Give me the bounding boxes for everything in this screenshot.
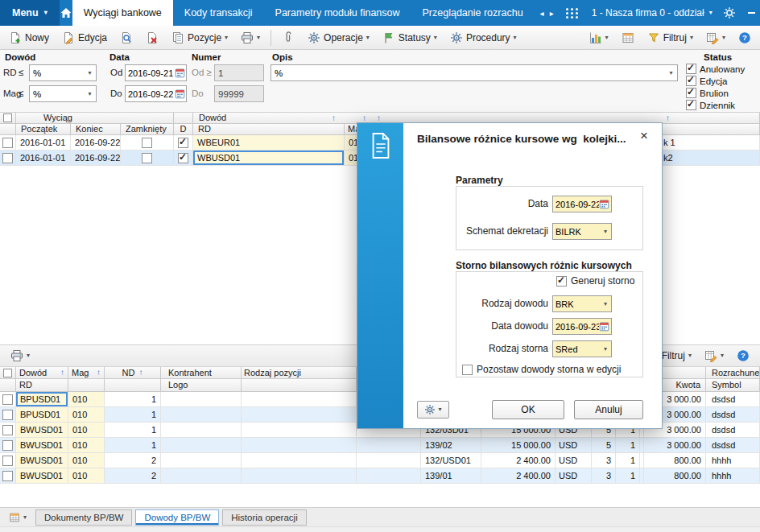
- cell-rd[interactable]: WBEUR01: [193, 135, 345, 151]
- table-row[interactable]: BWUSD01 010 1 139/02 15 000.00 USD 5 1 3…: [0, 438, 760, 453]
- statuses-button[interactable]: Statusy▾: [377, 28, 443, 47]
- row-checkbox[interactable]: [2, 440, 13, 451]
- row-checkbox[interactable]: [2, 410, 13, 420]
- view-mode-button[interactable]: ▾: [3, 509, 32, 526]
- mag-filter-combo[interactable]: %▾: [29, 85, 97, 102]
- status-checkbox-dziennik[interactable]: Dziennik: [686, 100, 735, 110]
- procedures-button[interactable]: Procedury▾: [444, 28, 522, 47]
- row-checkbox[interactable]: [2, 394, 13, 405]
- table-view-button[interactable]: [616, 28, 640, 47]
- col-header-rodzaj[interactable]: Rodzaj pozycji: [242, 367, 357, 379]
- row-select-cell[interactable]: [0, 135, 16, 151]
- checkbox-icon[interactable]: [686, 76, 696, 86]
- row-checkbox[interactable]: [2, 471, 13, 481]
- chevron-down-icon[interactable]: ▾: [600, 346, 611, 353]
- checkbox-icon[interactable]: [462, 365, 473, 375]
- sort-asc-icon[interactable]: ↑: [332, 114, 336, 122]
- rd-filter-combo[interactable]: %▾: [29, 64, 97, 81]
- row-select-cell[interactable]: [0, 453, 16, 468]
- rodzaj-dowodu-combo[interactable]: BRK▾: [552, 295, 612, 312]
- menu-button[interactable]: Menu ▾: [0, 0, 60, 26]
- pozostaw-checkbox[interactable]: Pozostaw dowody storna w edycji: [462, 364, 621, 375]
- new-button[interactable]: Nowy: [3, 28, 55, 47]
- chevron-down-icon[interactable]: ▾: [665, 65, 677, 80]
- checkbox-icon[interactable]: [686, 88, 696, 98]
- select-all-cell[interactable]: [0, 113, 16, 124]
- cell-mag[interactable]: 010: [68, 407, 105, 423]
- operations-button[interactable]: Operacje▾: [302, 28, 375, 47]
- ok-button[interactable]: OK: [492, 400, 564, 419]
- status-checkbox-brulion[interactable]: Brulion: [686, 88, 729, 98]
- cell-rd[interactable]: BWUSD01: [16, 453, 68, 468]
- cell-mag[interactable]: 010: [68, 392, 105, 407]
- col-header-rd[interactable]: RD: [193, 124, 345, 135]
- row-checkbox[interactable]: [2, 456, 13, 466]
- checkbox-icon[interactable]: [556, 276, 567, 287]
- numer-od-field[interactable]: 1: [214, 64, 264, 81]
- tab-historia-operacji[interactable]: Historia operacji: [222, 509, 306, 526]
- col-header-zamkniety[interactable]: Zamknięty: [121, 124, 174, 135]
- scroll-left-icon[interactable]: ◂: [540, 9, 544, 18]
- col-header-poczatek[interactable]: Początek: [16, 124, 71, 135]
- sort-asc-icon[interactable]: ↑: [666, 114, 670, 122]
- checkbox-icon[interactable]: [178, 153, 188, 163]
- data-od-field[interactable]: 2016-09-21: [125, 64, 187, 81]
- row-checkbox[interactable]: [2, 425, 13, 435]
- tab-kody-transakcji[interactable]: Kody transakcji: [173, 0, 264, 26]
- row-select-cell[interactable]: [0, 468, 16, 484]
- grid-settings-button[interactable]: ▾: [700, 28, 731, 47]
- col-header-koniec[interactable]: Koniec: [71, 124, 121, 135]
- numer-do-field[interactable]: 99999: [214, 85, 264, 102]
- generuj-storno-checkbox[interactable]: Generuj storno: [556, 275, 634, 287]
- cell-mag[interactable]: 010: [68, 438, 105, 453]
- dialog-options-button[interactable]: ▾: [417, 401, 449, 419]
- preview-button[interactable]: [114, 28, 138, 47]
- cell-mag[interactable]: 010: [68, 468, 105, 484]
- cell-zamkniety[interactable]: [121, 151, 174, 166]
- opis-filter-combo[interactable]: %▾: [271, 64, 678, 81]
- checkbox-icon[interactable]: [686, 64, 696, 74]
- calendar-icon[interactable]: [175, 68, 185, 78]
- company-selector[interactable]: 1 - Nasza firma 0 - oddział ▾: [585, 7, 719, 19]
- cell-mag[interactable]: 010: [68, 423, 105, 438]
- chevron-down-icon[interactable]: ▾: [600, 229, 611, 235]
- data-dowodu-field[interactable]: 2016-09-23: [552, 318, 612, 335]
- group-header-dowod[interactable]: Dowód↑: [16, 367, 68, 379]
- row-select-cell[interactable]: [0, 392, 16, 407]
- sort-asc-icon[interactable]: ↑: [377, 114, 381, 122]
- row-checkbox[interactable]: [2, 153, 13, 163]
- app-grid-icon[interactable]: [566, 8, 579, 19]
- print-button[interactable]: ▾: [5, 346, 35, 365]
- settings-button[interactable]: [719, 6, 741, 19]
- sort-asc-icon[interactable]: ↑: [60, 369, 64, 377]
- sort-asc-icon[interactable]: ↑: [97, 369, 101, 377]
- attachments-button[interactable]: [276, 28, 300, 47]
- row-select-cell[interactable]: [0, 407, 16, 423]
- cell-rd[interactable]: BWUSD01: [16, 468, 68, 484]
- row-select-cell[interactable]: [0, 438, 16, 453]
- print-button[interactable]: ▾: [235, 28, 266, 47]
- chevron-down-icon[interactable]: ▾: [600, 301, 611, 307]
- edit-button[interactable]: Edycja: [56, 28, 113, 47]
- chart-button[interactable]: ▾: [584, 28, 614, 47]
- minimize-button[interactable]: [741, 12, 760, 14]
- cell-rd[interactable]: BPUSD01: [16, 407, 68, 423]
- data-date-field[interactable]: 2016-09-22: [552, 196, 612, 212]
- data-do-field[interactable]: 2016-09-22: [125, 85, 187, 102]
- checkbox-icon[interactable]: [178, 138, 188, 148]
- delete-button[interactable]: [140, 28, 164, 47]
- calendar-icon[interactable]: [175, 89, 185, 99]
- dialog-close-button[interactable]: ×: [636, 128, 652, 144]
- tab-dowody-bp-bw[interactable]: Dowody BP/BW: [135, 509, 219, 526]
- positions-button[interactable]: Pozycje▾: [166, 28, 233, 47]
- checkbox-icon[interactable]: [142, 153, 152, 163]
- tab-wyciagi-bankowe[interactable]: Wyciągi bankowe: [72, 0, 173, 26]
- col-header-nd[interactable]: ND↑: [105, 367, 161, 379]
- cell-rd-focused[interactable]: BPUSD01: [16, 392, 68, 407]
- calendar-icon[interactable]: [599, 321, 609, 332]
- table-row[interactable]: BWUSD01 010 2 139/01 2 400.00 USD 3 1 80…: [0, 468, 760, 484]
- row-select-cell[interactable]: [0, 423, 16, 438]
- tab-parametry-modulu[interactable]: Parametry modułu finansow: [264, 0, 411, 26]
- row-checkbox[interactable]: [2, 138, 13, 148]
- col-header-rd[interactable]: RD: [16, 379, 68, 392]
